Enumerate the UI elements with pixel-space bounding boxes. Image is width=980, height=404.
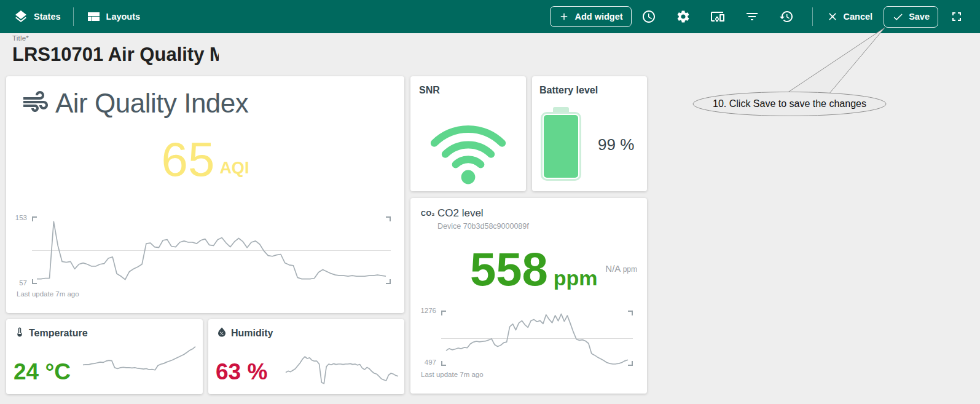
temperature-sparkline xyxy=(83,346,195,380)
title-field-label: Title* xyxy=(12,34,29,42)
wifi-signal-icon xyxy=(424,113,512,186)
co2-icon: CO₂ xyxy=(421,210,435,217)
humidity-sparkline xyxy=(286,347,398,384)
plus-icon xyxy=(559,11,570,22)
check-icon xyxy=(892,11,904,23)
manage-layouts-button[interactable] xyxy=(704,3,731,30)
co2-history-line xyxy=(446,312,628,364)
history-icon xyxy=(779,9,794,24)
toolbar-divider xyxy=(812,7,813,26)
last-update-text: Last update 7m ago xyxy=(17,290,79,298)
widget-temperature[interactable]: Temperature 24 °C xyxy=(6,319,203,394)
states-label: States xyxy=(34,12,61,22)
add-widget-button[interactable]: Add widget xyxy=(550,6,631,27)
thermometer-icon xyxy=(14,327,25,340)
y-axis-min-label: 57 xyxy=(6,279,27,287)
aqi-history-chart xyxy=(32,216,391,284)
widget-co2-level[interactable]: CO₂ CO2 level Device 70b3d58c9000089f 55… xyxy=(410,198,647,394)
states-button[interactable]: States xyxy=(10,6,65,28)
gear-icon xyxy=(676,9,691,24)
y-axis-min-label: 497 xyxy=(410,358,436,366)
version-history-button[interactable] xyxy=(773,3,800,30)
edit-toolbar: States Layouts Add widget xyxy=(0,0,980,33)
dashboard-title-input[interactable]: LRS10701 Air Quality M xyxy=(12,43,219,70)
settings-button[interactable] xyxy=(670,3,697,30)
battery-value: 99 % xyxy=(598,135,634,154)
humidity-value: 63 % xyxy=(216,360,267,385)
cancel-label: Cancel xyxy=(844,12,873,22)
device-subtitle: Device 70b3d58c9000089f xyxy=(437,222,529,231)
layout-icon xyxy=(86,9,101,24)
layers-icon xyxy=(14,9,28,24)
temperature-value: 24 °C xyxy=(14,360,71,385)
widget-title: Temperature xyxy=(29,328,88,339)
humidity-drop-icon xyxy=(216,327,227,340)
co2-unit: ppm xyxy=(554,266,598,293)
last-update-text: Last update 7m ago xyxy=(421,371,484,378)
save-label: Save xyxy=(909,12,930,22)
co2-secondary-value: N/A ppm xyxy=(605,263,637,274)
filter-icon xyxy=(745,9,759,24)
close-icon xyxy=(826,10,839,23)
widget-air-quality-index[interactable]: Air Quality Index 65 AQI 153 57 Last upd… xyxy=(6,76,404,313)
widget-humidity[interactable]: Humidity 63 % xyxy=(208,319,404,394)
aqi-history-line xyxy=(37,218,386,282)
widget-battery-level[interactable]: Battery level 99 % xyxy=(532,76,647,191)
save-button[interactable]: Save xyxy=(884,6,938,28)
fullscreen-icon xyxy=(949,9,964,24)
callout-text: 10. Click Save to save the changes xyxy=(696,98,883,109)
filters-button[interactable] xyxy=(739,3,766,30)
toolbar-divider xyxy=(73,7,74,26)
widget-title: Air Quality Index xyxy=(55,88,248,119)
cancel-button[interactable]: Cancel xyxy=(821,7,878,26)
add-widget-label: Add widget xyxy=(574,12,622,22)
widget-title: Humidity xyxy=(231,328,273,339)
devices-icon xyxy=(710,9,725,24)
aqi-value: 65 xyxy=(162,135,215,183)
co2-value: 558 xyxy=(470,246,548,293)
aqi-unit: AQI xyxy=(219,159,249,183)
battery-fill xyxy=(544,115,578,178)
layouts-button[interactable]: Layouts xyxy=(82,6,144,28)
y-axis-max-label: 153 xyxy=(6,214,27,221)
widget-title: CO2 level xyxy=(437,207,484,220)
battery-icon xyxy=(541,112,581,181)
y-axis-max-label: 1276 xyxy=(410,307,436,314)
time-window-button[interactable] xyxy=(635,3,662,30)
clock-icon xyxy=(641,9,656,24)
co2-history-chart xyxy=(441,311,633,366)
fullscreen-button[interactable] xyxy=(943,3,970,30)
layouts-label: Layouts xyxy=(106,12,141,22)
wind-icon xyxy=(21,87,50,119)
widget-title: Battery level xyxy=(539,85,598,96)
widget-title: SNR xyxy=(419,85,440,96)
widget-snr[interactable]: SNR xyxy=(410,76,526,191)
